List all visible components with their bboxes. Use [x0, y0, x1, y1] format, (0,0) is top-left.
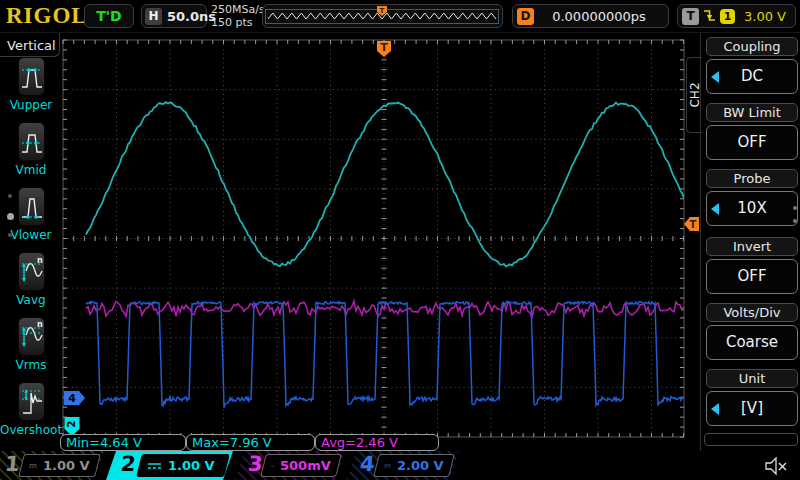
scroll-dot	[793, 219, 797, 223]
channel-status-bar: 1 1.00 V 2 1.00 V 3 500mV	[0, 451, 800, 480]
vupper-button[interactable]	[18, 57, 45, 96]
waveform-traces	[86, 102, 684, 408]
rigol-logo: RIGOL	[6, 3, 88, 29]
probe-value-button[interactable]: 10X	[706, 191, 798, 226]
vupper-icon	[20, 60, 44, 94]
channel-3-scale: 500mV	[280, 458, 331, 473]
channel-tab-label: CH2	[688, 82, 702, 107]
delay-value: 0.00000000ps	[534, 9, 664, 24]
dc-coupling-icon	[147, 461, 162, 471]
invert-value: OFF	[737, 267, 766, 285]
dc-coupling-icon	[271, 461, 274, 471]
horizontal-icon: H	[145, 8, 162, 25]
channel-2-scale: 1.00 V	[168, 458, 215, 473]
trigger-info-badge[interactable]: T 1 3.00 V	[677, 4, 796, 28]
channel-2-chip[interactable]: 2 1.00 V	[106, 451, 233, 480]
svg-text:T: T	[380, 41, 388, 54]
vrms-button[interactable]: n	[18, 317, 45, 356]
bwlimit-value-button[interactable]: OFF	[706, 125, 798, 160]
voltsdiv-value: Coarse	[726, 333, 778, 351]
menu-item-vrms[interactable]: n Vrms	[0, 317, 62, 372]
svg-text:n: n	[37, 256, 43, 265]
overshoot-icon	[20, 385, 44, 419]
menu-footer-box	[704, 433, 798, 446]
channel-3-chip[interactable]: 3 500mV	[235, 451, 345, 480]
waveform-preview-icon: T	[263, 5, 502, 27]
menu-item-vmid[interactable]: Vmid	[0, 122, 62, 177]
vavg-button[interactable]: n	[18, 252, 45, 291]
delay-icon: D	[517, 8, 534, 25]
trigger-level-value: 3.00 V	[739, 9, 791, 24]
voltsdiv-value-button[interactable]: Coarse	[706, 325, 798, 360]
bwlimit-label: BW Limit	[706, 103, 798, 122]
left-triangle-icon	[711, 203, 719, 215]
svg-text:T: T	[690, 219, 697, 230]
ch4-position-marker[interactable]: 4	[64, 391, 85, 405]
vlower-icon	[20, 190, 44, 224]
memory-depth: 150 pts	[211, 16, 265, 29]
vmid-label: Vmid	[0, 163, 62, 177]
channel-4-chip[interactable]: 4 2.00 V	[347, 451, 459, 480]
channel-menu: CH2 Coupling DC BW Limit OFF Probe 10X I…	[700, 33, 800, 452]
min-value: Min=4.64 V	[66, 435, 142, 450]
channel-4-box: 2.00 V	[373, 454, 455, 477]
sound-muted-icon	[762, 455, 790, 477]
invert-value-button[interactable]: OFF	[706, 259, 798, 294]
menu-item-bwlimit: BW Limit OFF	[706, 103, 798, 160]
channel-2-number: 2	[120, 452, 137, 476]
menu-item-vavg[interactable]: n Vavg	[0, 252, 62, 307]
menu-item-voltsdiv: Volts/Div Coarse	[706, 303, 798, 360]
coupling-value-button[interactable]: DC	[706, 59, 798, 94]
measurement-min: Min=4.64 V	[60, 434, 186, 451]
unit-value-button[interactable]: [V]	[706, 391, 798, 426]
timebase-badge[interactable]: H 50.0ns	[141, 4, 207, 28]
unit-value: [V]	[741, 399, 763, 417]
scroll-dot	[8, 233, 12, 237]
vrms-label: Vrms	[0, 358, 62, 372]
menu-item-coupling: Coupling DC	[706, 37, 798, 94]
menu-item-vupper[interactable]: Vupper	[0, 57, 62, 112]
menu-item-overshoot[interactable]: Overshoot	[0, 382, 62, 437]
vupper-label: Vupper	[0, 98, 62, 112]
ch2-trace	[86, 102, 684, 266]
channel-1-chip[interactable]: 1 1.00 V	[0, 451, 104, 480]
coupling-label: Coupling	[706, 37, 798, 56]
vmid-button[interactable]	[18, 122, 45, 161]
vrms-icon: n	[20, 320, 44, 354]
overshoot-label: Overshoot	[0, 423, 62, 437]
probe-label: Probe	[706, 169, 798, 188]
menu-item-unit: Unit [V]	[706, 369, 798, 426]
scroll-dot	[793, 206, 797, 210]
trigger-status-text: T'D	[96, 8, 121, 24]
dc-coupling-icon	[29, 461, 37, 471]
vmid-icon	[20, 125, 44, 159]
avg-value: Avg=2.46 V	[321, 435, 398, 450]
unit-label: Unit	[706, 369, 798, 388]
menu-item-probe: Probe 10X	[706, 169, 798, 226]
left-triangle-icon	[711, 71, 719, 83]
svg-text:T: T	[380, 7, 385, 15]
bwlimit-value: OFF	[737, 133, 766, 151]
oscilloscope-screen: { "top_bar": { "logo": "RIGOL", "trigger…	[0, 0, 800, 480]
vavg-label: Vavg	[0, 293, 62, 307]
channel-2-box: 1.00 V	[136, 454, 230, 477]
svg-text:4: 4	[68, 392, 76, 405]
channel-4-scale: 2.00 V	[397, 458, 444, 473]
trigger-position-marker[interactable]: T	[377, 41, 391, 57]
scroll-dot-active	[7, 213, 14, 220]
voltsdiv-label: Volts/Div	[706, 303, 798, 322]
vertical-measure-menu: Vertical Vupper Vmid	[0, 33, 62, 453]
horizontal-position-preview[interactable]: T	[262, 4, 503, 28]
trigger-source-badge: 1	[720, 9, 735, 24]
waveform-display: TT42	[0, 0, 800, 480]
menu-title: Vertical	[0, 33, 60, 57]
acquisition-info: 250MSa/s 150 pts	[211, 3, 265, 29]
channel-tab: CH2	[686, 57, 702, 133]
delay-badge[interactable]: D 0.00000000ps	[512, 4, 669, 28]
svg-text:2: 2	[66, 420, 77, 427]
overshoot-button[interactable]	[18, 382, 45, 421]
menu-item-invert: Invert OFF	[706, 237, 798, 294]
vlower-button[interactable]	[18, 187, 45, 226]
trigger-level-marker[interactable]: T	[684, 217, 699, 231]
measurement-max: Max=7.96 V	[186, 434, 315, 451]
